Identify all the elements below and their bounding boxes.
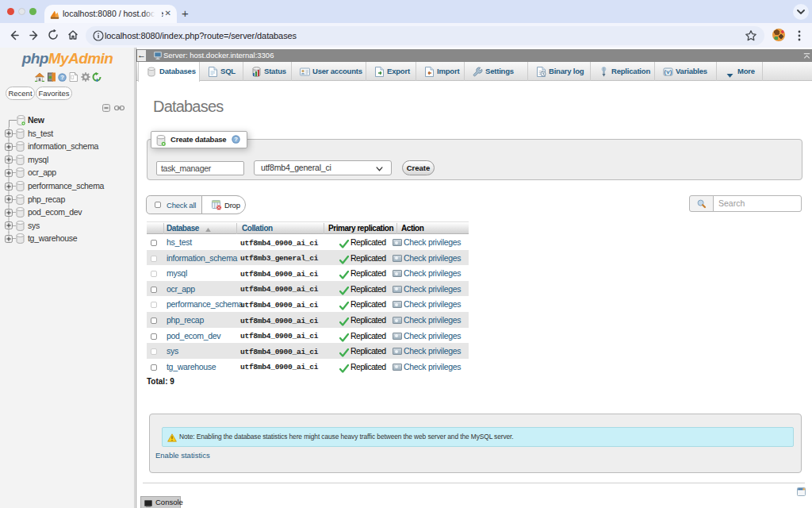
svg-text:?: ?: [235, 136, 239, 143]
svg-text:(v): (v): [665, 68, 672, 75]
svg-text:?: ?: [60, 74, 64, 81]
